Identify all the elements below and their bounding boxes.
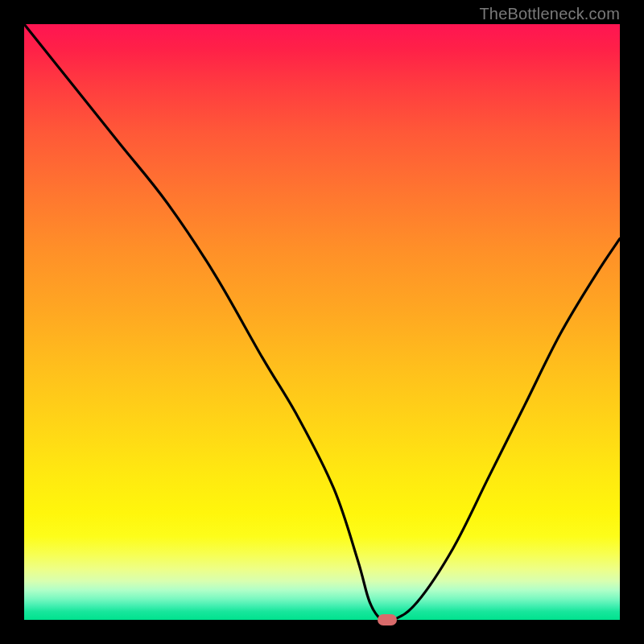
curve-svg (24, 24, 620, 620)
plot-area (24, 24, 620, 620)
chart-frame: TheBottleneck.com (0, 0, 644, 644)
optimal-point-marker (378, 614, 397, 625)
bottleneck-curve (24, 24, 620, 622)
watermark-text: TheBottleneck.com (479, 5, 620, 23)
